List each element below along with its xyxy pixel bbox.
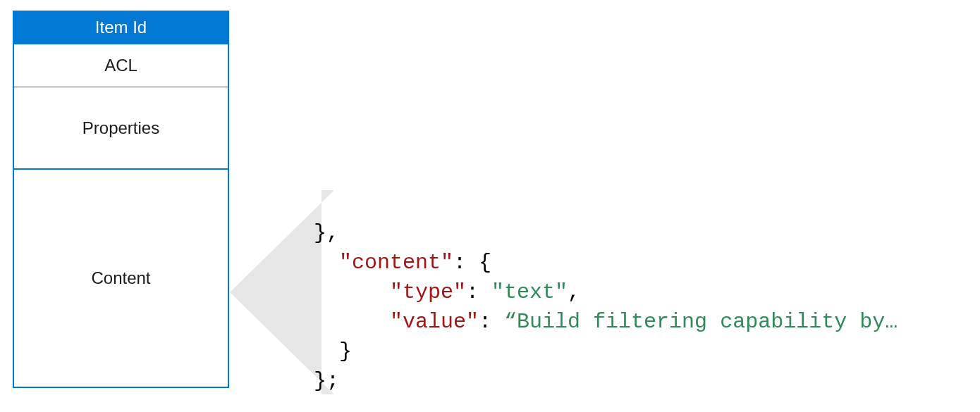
code-key-content: "content" [339,251,453,275]
code-punc: } [339,339,352,363]
code-punc: : { [453,251,491,275]
panel-header: Item Id [14,12,228,44]
code-punc: , [568,280,580,304]
panel-cell-content: Content [14,168,228,387]
code-punc: : [479,310,504,334]
code-punc: : [466,280,491,304]
panel-cell-acl: ACL [14,44,228,87]
code-val-value: “Build filtering capability by… [504,310,898,334]
code-punc: }, [314,221,339,245]
code-key-type: "type" [390,280,466,304]
code-snippet: }, "content": { "type": "text", "value":… [314,218,898,396]
code-punc: }; [314,369,339,393]
panel-cell-properties: Properties [14,87,228,168]
code-key-value: "value" [390,310,479,334]
item-structure-panel: Item Id ACL Properties Content [13,11,229,388]
code-val-type: "text" [491,280,568,304]
